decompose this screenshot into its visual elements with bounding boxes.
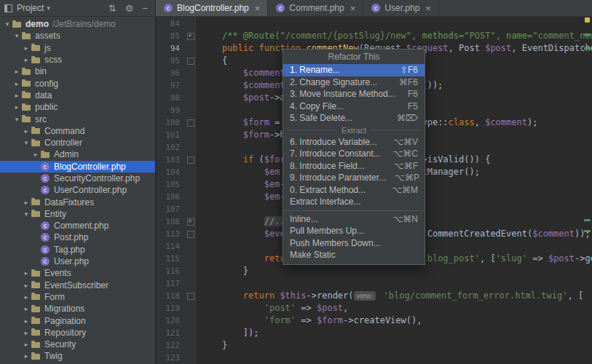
tree-item[interactable]: cSecurityController.php [0,173,155,184]
tree-item[interactable]: ▸Form [0,291,155,303]
fold-marker[interactable] [186,55,196,67]
chevron-closed-icon[interactable]: ▸ [22,305,31,312]
tree-item-label: Security [44,339,76,349]
fold-marker[interactable] [186,290,196,302]
tree-item[interactable]: cUserController.php [0,184,155,196]
tree-item-label: assets [35,31,60,41]
hide-panel-icon[interactable]: − [142,1,148,16]
line-number: 121 [157,327,186,339]
tree-item[interactable]: ▾Entity [0,208,155,220]
menu-item[interactable]: 3. Move Instance Method...F6 [283,88,425,100]
chevron-closed-icon[interactable]: ▸ [12,68,21,75]
chevron-closed-icon[interactable]: ▸ [31,151,40,158]
menu-item[interactable]: Extract Interface... [283,196,425,208]
tree-item[interactable]: cPost.php [0,232,155,243]
menu-item-label: 6. Introduce Variable... [290,137,384,147]
close-tab-icon[interactable]: × [349,3,358,14]
menu-item[interactable]: 8. Introduce Field...⌥⌘F [283,160,425,173]
folder-icon [31,294,40,300]
fold-marker[interactable] [186,30,196,42]
chevron-open-icon[interactable]: ▾ [12,32,21,39]
tree-item[interactable]: ▸DataFixtures [0,196,155,207]
chevron-open-icon[interactable]: ▾ [22,139,31,146]
chevron-closed-icon[interactable]: ▸ [22,127,31,135]
tree-item[interactable]: ▾demo /JetBrains/demo [0,18,155,30]
chevron-closed-icon[interactable]: ▸ [22,329,31,336]
tree-item[interactable]: ▾assets [0,30,155,41]
chevron-closed-icon[interactable]: ▸ [22,282,31,289]
tree-item[interactable]: ▾Controller [0,137,155,149]
menu-item[interactable]: Make Static [283,249,425,261]
menu-item-label: 7. Introduce Constant... [290,149,384,159]
chevron-open-icon[interactable]: ▾ [3,20,12,28]
tree-item[interactable]: ▸EventSubscriber [0,280,155,291]
project-tool-window-icon[interactable] [4,4,12,12]
tree-item[interactable]: ▸data [0,90,155,101]
fold-marker[interactable] [186,154,196,166]
chevron-closed-icon[interactable]: ▸ [22,269,31,277]
tree-item[interactable]: cUser.php [0,256,155,267]
menu-item[interactable]: Pull Members Up... [283,225,425,237]
tree-item[interactable]: cBlogController.php [0,161,155,173]
chevron-closed-icon[interactable]: ▸ [22,293,31,301]
project-view-selector[interactable]: Project [17,3,44,13]
tree-item[interactable]: ▸Migrations [0,303,155,314]
tree-item[interactable]: cComment.php [0,220,155,232]
editor-tab[interactable]: cComment.php× [268,0,363,16]
tree-item[interactable]: ▸public [0,101,155,113]
code-text [196,352,201,364]
expand-collapse-icon[interactable]: ⇅ [108,1,117,16]
tree-item[interactable]: ▸Security [0,339,155,350]
tree-item[interactable]: ▸config [0,77,155,89]
menu-item[interactable]: 7. Introduce Constant...⌥⌘C [283,148,425,160]
menu-item[interactable]: 5. Safe Delete...⌘⌦ [283,112,425,124]
fold-marker[interactable] [186,116,196,129]
line-number: 101 [157,129,186,141]
settings-gear-icon[interactable]: ⚙ [125,1,134,16]
tree-item[interactable]: ▸Admin [0,149,155,160]
editor-tab[interactable]: cUser.php× [363,0,439,16]
chevron-down-icon[interactable]: ▾ [47,4,50,12]
tree-item-label: DataFixtures [44,197,94,207]
tree-item[interactable]: ▸scss [0,54,155,66]
menu-item-shortcut: F5 [408,101,418,111]
chevron-closed-icon[interactable]: ▸ [22,352,31,360]
chevron-closed-icon[interactable]: ▸ [12,92,21,99]
menu-item[interactable]: 2. Change Signature...⌘F6 [283,76,425,89]
chevron-open-icon[interactable]: ▾ [12,116,21,123]
menu-item[interactable]: Push Members Down... [283,237,425,250]
chevron-open-icon[interactable]: ▾ [22,210,31,218]
chevron-closed-icon[interactable]: ▸ [22,317,31,325]
fold-marker[interactable] [186,228,196,240]
tree-item[interactable]: ▸Pagination [0,314,155,326]
menu-item[interactable]: 9. Introduce Parameter...⌥⌘P [283,172,425,184]
fold-marker[interactable] [186,215,196,228]
chevron-closed-icon[interactable]: ▸ [22,44,31,52]
chevron-closed-icon[interactable]: ▸ [22,341,31,348]
menu-item[interactable]: 0. Extract Method...⌥⌘M [283,184,425,197]
code-text: /** @Route("/comment/{postSlug}/new", me… [196,30,592,42]
menu-item[interactable]: 4. Copy File...F5 [283,100,425,113]
tree-item-label: data [35,90,52,100]
tree-item[interactable]: ▸Repository [0,327,155,339]
php-class-icon: c [41,174,50,183]
menu-item-shortcut: ⌥⌘F [394,161,418,171]
menu-item[interactable]: 6. Introduce Variable...⌥⌘V [283,136,425,149]
chevron-closed-icon[interactable]: ▸ [12,103,21,111]
editor-tab[interactable]: cBlogController.php× [156,0,268,16]
menu-item[interactable]: 1. Rename...⇧F6 [283,64,425,76]
tree-item[interactable]: ▸Command [0,125,155,137]
tree-item[interactable]: ▸Twig [0,350,155,362]
chevron-closed-icon[interactable]: ▸ [12,80,21,87]
tree-item[interactable]: ▸js [0,42,155,54]
tree-item[interactable]: ▸bin [0,66,155,77]
tree-item[interactable]: ▸Events [0,267,155,279]
menu-item[interactable]: Inline...⌥⌘N [283,213,425,226]
chevron-closed-icon[interactable]: ▸ [22,56,31,63]
php-class-icon: c [371,4,380,12]
tree-item[interactable]: cTag.php [0,244,155,256]
close-tab-icon[interactable]: × [424,3,433,14]
close-tab-icon[interactable]: × [253,3,262,14]
chevron-closed-icon[interactable]: ▸ [22,199,31,206]
tree-item[interactable]: ▾src [0,113,155,124]
